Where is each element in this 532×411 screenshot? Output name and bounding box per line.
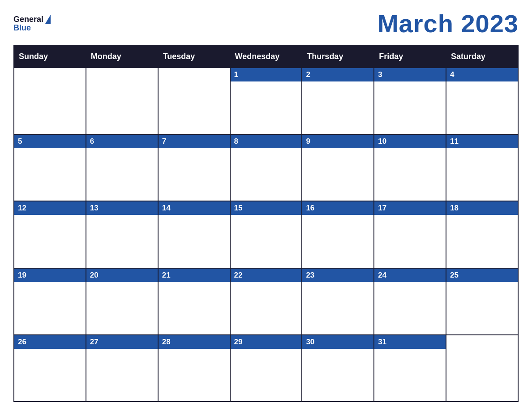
calendar-cell-w3-d5: 17 xyxy=(374,201,446,268)
calendar-header-row: Sunday Monday Tuesday Wednesday Thursday… xyxy=(14,45,518,68)
calendar-cell-w2-d5: 10 xyxy=(374,134,446,201)
day-number: 6 xyxy=(86,135,158,148)
calendar-table: Sunday Monday Tuesday Wednesday Thursday… xyxy=(13,45,519,402)
calendar-cell-w2-d0: 5 xyxy=(14,134,86,201)
page-header: General Blue March 2023 xyxy=(13,9,519,38)
day-number: 15 xyxy=(231,201,302,215)
calendar-week-4: 19202122232425 xyxy=(14,268,518,335)
logo-blue-text: Blue xyxy=(13,23,31,33)
col-monday: Monday xyxy=(86,45,158,68)
day-number: 5 xyxy=(14,135,86,148)
day-number: 1 xyxy=(231,68,302,81)
col-friday: Friday xyxy=(374,45,446,68)
day-number: 8 xyxy=(231,135,302,148)
calendar-week-5: 2627282930310 xyxy=(14,335,518,402)
calendar-cell-w5-d0: 26 xyxy=(14,335,86,402)
calendar-cell-w3-d6: 18 xyxy=(446,201,518,268)
col-saturday: Saturday xyxy=(446,45,518,68)
day-number: 20 xyxy=(86,269,158,282)
day-number: 13 xyxy=(86,201,158,215)
calendar-cell-w5-d2: 28 xyxy=(158,335,230,402)
calendar-cell-w4-d5: 24 xyxy=(374,268,446,335)
calendar-cell-w2-d2: 7 xyxy=(158,134,230,201)
day-number: 24 xyxy=(374,269,446,282)
calendar-cell-w4-d4: 23 xyxy=(302,268,374,335)
calendar-week-3: 12131415161718 xyxy=(14,201,518,268)
calendar-cell-w2-d6: 11 xyxy=(446,134,518,201)
calendar-cell-w4-d1: 20 xyxy=(86,268,158,335)
day-number: 10 xyxy=(374,135,446,148)
calendar-cell-w3-d0: 12 xyxy=(14,201,86,268)
calendar-cell-w1-d0: 0 xyxy=(14,68,86,134)
calendar-cell-w3-d4: 16 xyxy=(302,201,374,268)
col-sunday: Sunday xyxy=(14,45,86,68)
day-number: 23 xyxy=(302,269,373,282)
calendar-cell-w3-d3: 15 xyxy=(230,201,302,268)
day-number: 14 xyxy=(159,201,230,215)
calendar-cell-w2-d1: 6 xyxy=(86,134,158,201)
day-number: 19 xyxy=(14,269,86,282)
logo-general-text: General xyxy=(13,15,43,24)
day-number: 26 xyxy=(14,335,86,349)
calendar-cell-w1-d5: 3 xyxy=(374,68,446,134)
calendar-cell-w1-d2: 0 xyxy=(158,68,230,134)
logo-triangle-icon xyxy=(45,15,51,24)
calendar-cell-w1-d3: 1 xyxy=(230,68,302,134)
calendar-cell-w4-d2: 21 xyxy=(158,268,230,335)
day-number: 21 xyxy=(159,269,230,282)
calendar-week-1: 0001234 xyxy=(14,68,518,134)
day-number: 2 xyxy=(302,68,373,81)
day-number: 18 xyxy=(446,201,518,215)
day-number: 22 xyxy=(231,269,302,282)
col-tuesday: Tuesday xyxy=(158,45,230,68)
day-number: 17 xyxy=(374,201,446,215)
calendar-cell-w4-d0: 19 xyxy=(14,268,86,335)
calendar-cell-w1-d1: 0 xyxy=(86,68,158,134)
calendar-cell-w5-d3: 29 xyxy=(230,335,302,402)
day-number: 25 xyxy=(446,269,518,282)
day-number: 31 xyxy=(374,335,446,349)
logo-text: General xyxy=(13,15,51,24)
calendar-cell-w4-d6: 25 xyxy=(446,268,518,335)
day-number: 29 xyxy=(231,335,302,349)
calendar-cell-w1-d4: 2 xyxy=(302,68,374,134)
day-number: 3 xyxy=(374,68,446,81)
col-thursday: Thursday xyxy=(302,45,374,68)
logo: General Blue xyxy=(13,15,51,33)
month-title: March 2023 xyxy=(378,9,519,38)
day-number: 28 xyxy=(159,335,230,349)
day-number: 12 xyxy=(14,201,86,215)
day-number: 30 xyxy=(302,335,373,349)
col-wednesday: Wednesday xyxy=(230,45,302,68)
day-number: 7 xyxy=(159,135,230,148)
calendar-cell-w5-d4: 30 xyxy=(302,335,374,402)
day-number: 9 xyxy=(302,135,373,148)
day-number: 27 xyxy=(86,335,158,349)
day-number: 11 xyxy=(446,135,518,148)
calendar-cell-w5-d6: 0 xyxy=(446,335,518,402)
calendar-cell-w4-d3: 22 xyxy=(230,268,302,335)
calendar-cell-w3-d1: 13 xyxy=(86,201,158,268)
calendar-cell-w3-d2: 14 xyxy=(158,201,230,268)
day-number: 16 xyxy=(302,201,373,215)
day-number: 4 xyxy=(446,68,518,81)
calendar-cell-w2-d4: 9 xyxy=(302,134,374,201)
calendar-cell-w5-d1: 27 xyxy=(86,335,158,402)
calendar-cell-w1-d6: 4 xyxy=(446,68,518,134)
calendar-cell-w2-d3: 8 xyxy=(230,134,302,201)
calendar-week-2: 567891011 xyxy=(14,134,518,201)
calendar-cell-w5-d5: 31 xyxy=(374,335,446,402)
